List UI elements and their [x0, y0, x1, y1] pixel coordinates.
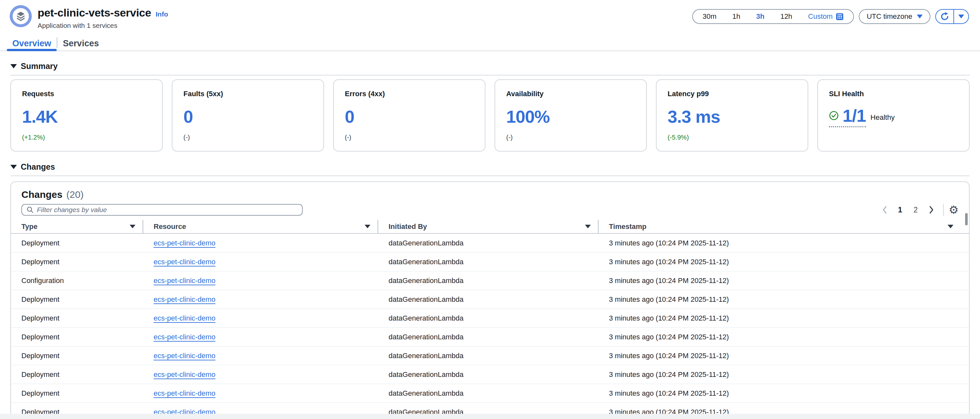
metric-delta: (-) [506, 134, 635, 141]
page-bottom-strip [0, 414, 980, 419]
chevron-right-icon [929, 206, 934, 214]
metric-label: Faults (5xx) [183, 90, 312, 98]
time-range-30m[interactable]: 30m [703, 12, 716, 21]
pagination-prev-button[interactable] [878, 203, 891, 216]
metric-card-errors: Errors (4xx) 0 (-) [333, 79, 485, 152]
table-row: Deployment ecs-pet-clinic-demo dataGener… [11, 309, 969, 328]
resource-link[interactable]: ecs-pet-clinic-demo [154, 314, 215, 322]
time-range-1h[interactable]: 1h [732, 12, 740, 21]
search-icon [27, 206, 34, 213]
metric-delta: (-5.9%) [668, 134, 797, 141]
cell-timestamp: 3 minutes ago (10:24 PM 2025-11-12) [598, 290, 969, 309]
changes-panel: Changes (20) 1 2 [10, 181, 970, 418]
chevron-down-icon [958, 14, 964, 19]
cell-type: Deployment [11, 309, 143, 327]
cell-initiated-by: dataGenerationLambda [378, 252, 598, 271]
metric-label: Latency p99 [668, 90, 797, 98]
sli-ratio: 1/1 [843, 108, 866, 124]
column-header-timestamp: Timestamp [598, 220, 969, 233]
column-header-initiated-by: Initiated By [378, 220, 598, 233]
summary-section-title: Summary [21, 62, 58, 71]
tab-overview[interactable]: Overview [7, 36, 57, 51]
table-row: Deployment ecs-pet-clinic-demo dataGener… [11, 384, 969, 403]
summary-section-toggle[interactable]: Summary [10, 62, 970, 71]
metric-delta: (-) [183, 134, 312, 141]
check-circle-icon [829, 111, 839, 121]
cell-timestamp: 3 minutes ago (10:24 PM 2025-11-12) [598, 346, 969, 365]
refresh-button[interactable] [936, 10, 953, 23]
column-filter-icon[interactable] [130, 225, 135, 228]
pagination-page-2[interactable]: 2 [909, 203, 922, 216]
column-filter-icon[interactable] [364, 225, 371, 228]
changes-filter-box [21, 204, 303, 216]
tab-overview-label: Overview [12, 38, 51, 49]
resource-link[interactable]: ecs-pet-clinic-demo [154, 352, 215, 360]
sli-health-value[interactable]: 1/1 [829, 108, 866, 127]
layers-glyph-icon [15, 11, 26, 22]
column-label: Timestamp [609, 222, 646, 231]
resource-link[interactable]: ecs-pet-clinic-demo [154, 295, 215, 304]
cell-initiated-by: dataGenerationLambda [378, 328, 598, 346]
custom-range-label: Custom [808, 12, 833, 21]
cell-timestamp: 3 minutes ago (10:24 PM 2025-11-12) [598, 271, 969, 290]
cell-type: Deployment [11, 365, 143, 384]
column-header-type: Type [11, 220, 143, 233]
metric-value: 3.3 ms [668, 106, 797, 127]
metric-value: 0 [345, 106, 474, 127]
collapse-caret-icon [10, 64, 17, 68]
table-row: Deployment ecs-pet-clinic-demo dataGener… [11, 290, 969, 309]
chevron-down-icon [917, 14, 923, 19]
metric-value: 100% [506, 106, 635, 127]
chevron-left-icon [882, 206, 888, 214]
page-header: pet-clinic-vets-service Info Application… [0, 0, 980, 51]
metric-card-latency: Latency p99 3.3 ms (-5.9%) [656, 79, 808, 152]
metric-card-sli-health: SLI Health 1/1 Healthy [817, 79, 970, 152]
metric-label: Errors (4xx) [345, 90, 474, 98]
resource-link[interactable]: ecs-pet-clinic-demo [154, 389, 215, 398]
application-layers-icon [10, 5, 32, 27]
page-title: pet-clinic-vets-service [38, 6, 151, 19]
tab-services[interactable]: Services [57, 36, 104, 51]
metric-label: SLI Health [829, 90, 958, 98]
resource-link[interactable]: ecs-pet-clinic-demo [154, 276, 215, 285]
divider [10, 75, 970, 75]
metric-card-requests: Requests 1.4K (+1.2%) [10, 79, 163, 152]
column-filter-icon[interactable] [948, 225, 953, 228]
settings-gear-icon[interactable]: ⚙ [949, 204, 959, 215]
resource-link[interactable]: ecs-pet-clinic-demo [154, 333, 215, 341]
time-range-12h[interactable]: 12h [780, 12, 792, 21]
pagination-next-button[interactable] [925, 203, 938, 216]
changes-section-toggle[interactable]: Changes [10, 162, 970, 171]
metric-label: Requests [22, 90, 151, 98]
calendar-grid-icon [836, 13, 843, 21]
cell-type: Configuration [11, 271, 143, 290]
cell-type: Deployment [11, 252, 143, 271]
resource-link[interactable]: ecs-pet-clinic-demo [154, 258, 215, 266]
changes-filter-input[interactable] [37, 206, 298, 214]
cell-type: Deployment [11, 290, 143, 309]
table-row: Deployment ecs-pet-clinic-demo dataGener… [11, 365, 969, 384]
timezone-dropdown[interactable]: UTC timezone [859, 9, 931, 24]
column-filter-icon[interactable] [585, 225, 591, 228]
cell-initiated-by: dataGenerationLambda [378, 365, 598, 384]
pagination-page-1[interactable]: 1 [894, 203, 907, 216]
cell-timestamp: 3 minutes ago (10:24 PM 2025-11-12) [598, 252, 969, 271]
time-range-selector: 30m 1h 3h 12h Custom [692, 9, 854, 24]
info-link[interactable]: Info [156, 10, 168, 18]
table-row: Deployment ecs-pet-clinic-demo dataGener… [11, 328, 969, 346]
resource-link[interactable]: ecs-pet-clinic-demo [154, 370, 215, 379]
metric-card-faults: Faults (5xx) 0 (-) [172, 79, 324, 152]
metric-card-availability: Availability 100% (-) [495, 79, 647, 152]
table-scrollbar-thumb[interactable] [965, 213, 968, 225]
cell-initiated-by: dataGenerationLambda [378, 290, 598, 309]
cell-initiated-by: dataGenerationLambda [378, 271, 598, 290]
refresh-icon [940, 12, 949, 21]
divider [943, 204, 944, 216]
table-row: Deployment ecs-pet-clinic-demo dataGener… [11, 252, 969, 271]
cell-type: Deployment [11, 346, 143, 365]
refresh-split-button [935, 9, 969, 24]
custom-range-button[interactable]: Custom [808, 12, 844, 21]
resource-link[interactable]: ecs-pet-clinic-demo [154, 239, 215, 248]
time-range-3h[interactable]: 3h [756, 12, 765, 21]
refresh-options-button[interactable] [954, 10, 968, 23]
